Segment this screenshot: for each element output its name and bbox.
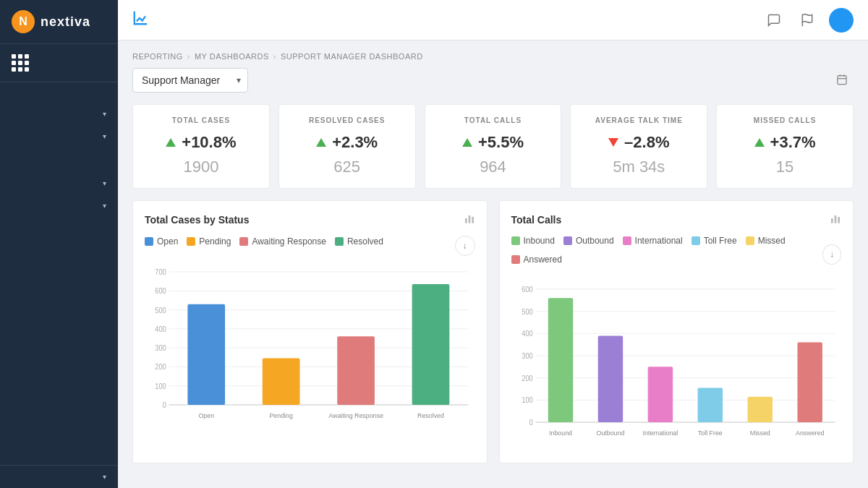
svg-text:700: 700 xyxy=(155,268,166,276)
legend-item: Pending xyxy=(187,236,231,247)
legend-color xyxy=(511,255,520,264)
kpi-card: TOTAL CALLS +5.5% 964 xyxy=(425,104,562,189)
svg-text:Toll Free: Toll Free xyxy=(697,429,722,437)
svg-rect-57 xyxy=(697,388,722,422)
legend-label: Toll Free xyxy=(704,236,737,246)
date-range-picker[interactable] xyxy=(836,74,854,87)
sidebar-item-my-dashboards[interactable] xyxy=(0,88,118,103)
grid-icon xyxy=(12,54,29,72)
flag-icon[interactable] xyxy=(796,9,819,32)
sidebar-item-service-crm[interactable]: ▾ xyxy=(0,172,118,194)
sidebar-item-voice[interactable]: ▾ xyxy=(0,194,118,217)
logo-icon: N xyxy=(12,10,35,33)
legend-item: Resolved xyxy=(335,236,383,247)
legend-item: International xyxy=(623,236,683,246)
chevron-down-icon: ▾ xyxy=(103,179,106,187)
kpi-change-row: +3.7% xyxy=(728,133,841,152)
total-cases-chart: Total Cases by Status OpenPendingAwaitin… xyxy=(132,200,488,463)
breadcrumb-reporting[interactable]: REPORTING xyxy=(132,52,183,61)
svg-text:Outbound: Outbound xyxy=(596,429,624,437)
legend-label: Awaiting Response xyxy=(252,236,326,247)
chat-icon[interactable] xyxy=(762,9,786,32)
kpi-card: MISSED CALLS +3.7% 15 xyxy=(716,104,854,189)
chart-title: Total Cases by Status xyxy=(145,214,249,226)
sidebar-item-settings[interactable]: ▾ xyxy=(0,466,118,488)
legend-color xyxy=(511,236,520,245)
kpi-change: –2.8% xyxy=(624,133,669,152)
breadcrumb-support-manager: SUPPORT MANAGER DASHBOARD xyxy=(281,52,423,61)
breadcrumb-sep: › xyxy=(273,52,276,61)
sidebar-item-keyword-analysis[interactable] xyxy=(0,147,118,162)
svg-text:500: 500 xyxy=(155,306,166,314)
svg-text:300: 300 xyxy=(155,344,166,352)
chevron-down-icon: ▾ xyxy=(103,110,106,118)
svg-rect-1 xyxy=(838,75,846,84)
sidebar-item-surveys[interactable] xyxy=(0,231,118,246)
chart-legend: InboundOutboundInternationalToll FreeMis… xyxy=(511,236,822,265)
svg-rect-61 xyxy=(797,343,822,422)
kpi-change: +3.7% xyxy=(770,133,816,152)
svg-text:400: 400 xyxy=(522,330,533,338)
sidebar-item-chat[interactable] xyxy=(0,217,118,231)
legend-item: Toll Free xyxy=(692,236,737,246)
kpi-value: 1900 xyxy=(145,158,258,176)
legend-item: Awaiting Response xyxy=(239,236,326,247)
legend-color xyxy=(239,237,248,246)
arrow-up-icon xyxy=(166,138,176,147)
arrow-up-icon xyxy=(316,138,326,147)
download-button[interactable]: ↓ xyxy=(455,236,475,256)
sidebar-item-applications[interactable] xyxy=(0,44,118,82)
kpi-label: TOTAL CASES xyxy=(145,116,258,124)
arrow-up-icon xyxy=(754,138,765,147)
kpi-change-row: +2.3% xyxy=(291,133,404,152)
svg-text:0: 0 xyxy=(163,401,166,409)
chart-header: Total Cases by Status xyxy=(145,213,475,227)
dashboard-select[interactable]: Support Manager xyxy=(132,68,248,93)
svg-text:Answered: Answered xyxy=(796,429,824,437)
avatar[interactable] xyxy=(829,8,854,33)
kpi-value: 625 xyxy=(291,158,404,176)
breadcrumb-sep: › xyxy=(187,52,190,61)
product-reporting-section-label xyxy=(0,162,118,172)
chevron-down-icon: ▾ xyxy=(103,202,106,210)
svg-rect-31 xyxy=(412,284,450,405)
svg-text:600: 600 xyxy=(155,287,166,295)
legend-color xyxy=(335,237,344,246)
legend-item: Open xyxy=(145,236,178,247)
total-calls-chart: Total Calls InboundOutboundInternational… xyxy=(499,200,854,463)
svg-text:500: 500 xyxy=(522,307,533,315)
chevron-down-icon: ▾ xyxy=(103,473,106,481)
chart-legend: OpenPendingAwaiting ResponseResolved xyxy=(145,236,383,247)
logo-text: nextiva xyxy=(41,14,90,30)
breadcrumb-my-dashboards[interactable]: MY DASHBOARDS xyxy=(195,52,269,61)
kpi-change: +10.8% xyxy=(182,133,236,152)
legend-label: Missed xyxy=(758,236,786,246)
sidebar-item-reporting[interactable]: ▾ xyxy=(0,125,118,147)
dashboard-dropdown-wrapper[interactable]: Support Manager ▾ xyxy=(132,68,248,93)
svg-text:Awaiting Response: Awaiting Response xyxy=(328,412,383,419)
chart-header: Total Calls xyxy=(511,213,842,227)
sidebar-item-marketing[interactable] xyxy=(0,246,118,260)
legend-color xyxy=(145,237,153,246)
kpi-change-row: –2.8% xyxy=(582,133,695,152)
topbar-right xyxy=(762,8,854,33)
kpi-value: 15 xyxy=(728,158,841,176)
legend-color xyxy=(623,236,631,245)
legend-color xyxy=(187,237,195,246)
svg-rect-6 xyxy=(468,215,470,223)
svg-rect-55 xyxy=(647,367,672,422)
kpi-label: AVERAGE TALK TIME xyxy=(582,116,695,124)
download-button[interactable]: ↓ xyxy=(822,244,841,265)
svg-text:400: 400 xyxy=(155,325,166,333)
chart-title: Total Calls xyxy=(511,214,562,226)
sidebar-item-user-activity[interactable]: ▾ xyxy=(0,103,118,125)
svg-text:0: 0 xyxy=(529,419,532,427)
main-content: REPORTING › MY DASHBOARDS › SUPPORT MANA… xyxy=(118,0,868,488)
svg-text:600: 600 xyxy=(522,286,533,294)
svg-rect-33 xyxy=(831,218,833,223)
legend-label: Inbound xyxy=(524,236,555,246)
kpi-card: RESOLVED CASES +2.3% 625 xyxy=(278,104,416,189)
svg-text:200: 200 xyxy=(522,374,533,382)
kpi-cards-row: TOTAL CASES +10.8% 1900 RESOLVED CASES +… xyxy=(132,104,854,189)
kpi-change-row: +10.8% xyxy=(145,133,258,152)
